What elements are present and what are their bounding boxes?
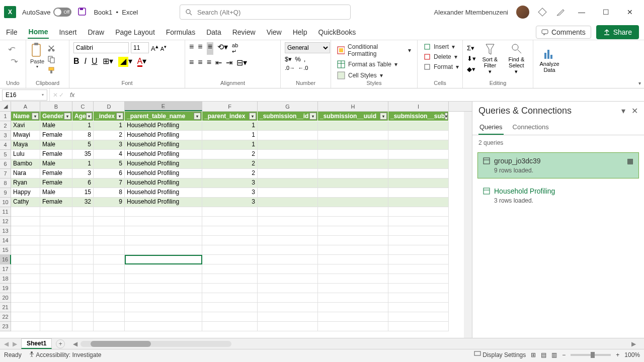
cell[interactable]: 6 [72, 178, 94, 188]
cell[interactable] [11, 207, 40, 217]
cell[interactable] [11, 217, 40, 226]
cell[interactable] [11, 264, 40, 274]
find-select-button[interactable]: Find & Select▾ [504, 42, 529, 75]
cell[interactable] [94, 312, 125, 322]
confirm-formula-icon[interactable]: ✓ [59, 92, 64, 99]
table-header[interactable]: Gender▾ [40, 112, 72, 121]
cell[interactable] [318, 159, 388, 169]
cell[interactable] [202, 245, 258, 255]
tab-file[interactable]: File [5, 26, 19, 38]
font-select[interactable] [73, 42, 129, 53]
font-size-select[interactable] [131, 42, 149, 53]
col-header[interactable]: H [318, 102, 388, 111]
cell[interactable]: Male [40, 159, 72, 169]
cell[interactable] [258, 178, 318, 188]
horizontal-scrollbar[interactable] [80, 341, 231, 347]
cell[interactable] [258, 303, 318, 312]
cell[interactable] [40, 303, 72, 312]
cell[interactable] [258, 274, 318, 284]
view-page-break-icon[interactable]: ▥ [551, 351, 557, 358]
decrease-font-icon[interactable]: A▾ [160, 44, 167, 52]
increase-indent-icon[interactable]: ⇥ [226, 58, 232, 67]
cell[interactable] [40, 217, 72, 226]
cell[interactable] [318, 236, 388, 245]
cell[interactable] [72, 284, 94, 293]
cell[interactable] [388, 188, 449, 198]
italic-button[interactable]: I [85, 57, 87, 66]
filter-dropdown-icon[interactable]: ▾ [309, 113, 316, 120]
cell[interactable] [388, 159, 449, 169]
filter-dropdown-icon[interactable]: ▾ [194, 113, 201, 120]
filter-dropdown-icon[interactable]: ▾ [86, 113, 92, 120]
format-cells-button[interactable]: Format ▾ [422, 62, 461, 71]
number-format-select[interactable]: General [285, 42, 330, 53]
cell[interactable]: Nara [11, 169, 40, 178]
tab-page-layout[interactable]: Page Layout [114, 26, 156, 38]
cell[interactable]: 8 [72, 131, 94, 140]
cell[interactable] [125, 322, 202, 331]
tab-home[interactable]: Home [28, 26, 49, 39]
cell[interactable] [125, 312, 202, 322]
cell[interactable] [94, 255, 125, 264]
selected-cell[interactable] [125, 255, 202, 264]
cell[interactable] [11, 322, 40, 331]
cell[interactable]: 1 [94, 121, 125, 131]
cell[interactable]: Household Profiling [125, 140, 202, 150]
cell[interactable]: 1 [72, 159, 94, 169]
table-header[interactable]: _parent_table_name▾ [125, 112, 202, 121]
redo-icon[interactable] [8, 58, 18, 66]
cell[interactable]: 1 [202, 131, 258, 140]
paste-button[interactable]: Paste ▾ [30, 42, 44, 69]
col-header[interactable]: A [11, 102, 40, 111]
align-middle-icon[interactable]: ≡ [198, 42, 202, 55]
cell[interactable] [258, 255, 318, 264]
cell[interactable] [125, 284, 202, 293]
col-header[interactable]: F [202, 102, 258, 111]
analyze-data-button[interactable]: Analyze Data [537, 47, 561, 73]
orientation-icon[interactable]: ⟲▾ [217, 42, 228, 55]
undo-icon[interactable] [8, 46, 18, 54]
cell[interactable] [388, 264, 449, 274]
cell[interactable] [258, 226, 318, 236]
share-button[interactable]: Share [596, 25, 639, 39]
comments-button[interactable]: Comments [536, 26, 591, 39]
cell[interactable] [318, 217, 388, 226]
increase-font-icon[interactable]: A▴ [151, 43, 158, 52]
cell[interactable] [11, 312, 40, 322]
align-left-icon[interactable]: ≡ [189, 58, 194, 67]
cell[interactable] [40, 207, 72, 217]
cell[interactable] [40, 236, 72, 245]
tab-draw[interactable]: Draw [87, 26, 105, 38]
cell[interactable] [94, 274, 125, 284]
cell[interactable] [388, 217, 449, 226]
cell[interactable] [318, 198, 388, 207]
tab-insert[interactable]: Insert [58, 26, 77, 38]
cell[interactable] [388, 284, 449, 293]
hscroll-prev-icon[interactable]: ◀ [73, 340, 77, 347]
cell[interactable] [11, 303, 40, 312]
cell[interactable]: Household Profiling [125, 169, 202, 178]
cell[interactable]: Household Profiling [125, 178, 202, 188]
cell[interactable]: 2 [94, 131, 125, 140]
cell[interactable] [202, 207, 258, 217]
cell[interactable]: Household Profiling [125, 131, 202, 140]
cell[interactable]: 3 [72, 169, 94, 178]
name-box[interactable]: E16▾ [2, 89, 47, 101]
cell[interactable]: Happy [11, 188, 40, 198]
cell[interactable] [318, 274, 388, 284]
cell[interactable]: Lulu [11, 150, 40, 159]
cell[interactable] [94, 217, 125, 226]
sheet-tab[interactable]: Sheet1 [21, 338, 52, 349]
percent-icon[interactable]: % [295, 55, 301, 63]
col-header[interactable]: C [72, 102, 94, 111]
table-header[interactable]: _parent_index▾ [202, 112, 258, 121]
fx-icon[interactable]: fx [67, 92, 77, 99]
tab-help[interactable]: Help [292, 26, 308, 38]
cell[interactable] [388, 255, 449, 264]
cell[interactable] [258, 217, 318, 226]
cell[interactable] [125, 303, 202, 312]
cell-styles-button[interactable]: Cell Styles ▾ [335, 70, 385, 80]
panel-options-icon[interactable]: ▾ [621, 106, 625, 116]
cell[interactable]: Female [40, 131, 72, 140]
increase-decimal-icon[interactable]: .0→ [285, 65, 295, 71]
